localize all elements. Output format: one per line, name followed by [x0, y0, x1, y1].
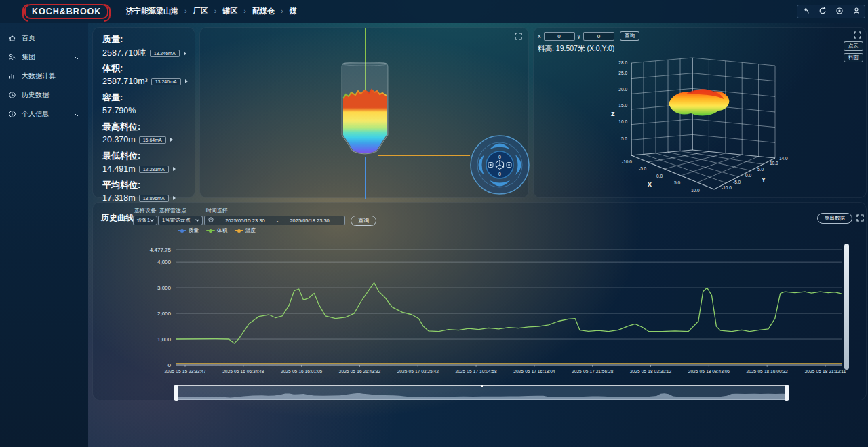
point-cloud-toggle-button[interactable]: 点云 [844, 41, 863, 51]
history-panel: 历史曲线 选择设备 设备1 选择雷达点 1号雷达云点 时间选择 2025/05/… [92, 202, 867, 400]
surface-3d-plot[interactable] [604, 56, 808, 198]
height-label: 料高: [538, 44, 554, 52]
y-tick: 0.0 [745, 173, 751, 178]
breadcrumb-item-area[interactable]: 厂区 [193, 7, 208, 15]
sidebar-item-profile[interactable]: 个人信息 [0, 104, 88, 123]
x-tick: -5.0 [639, 166, 646, 171]
current-ma-badge: 12.281mA [139, 166, 169, 173]
svg-text:2025-05-16 06:34:48: 2025-05-16 06:34:48 [222, 369, 264, 374]
dashboard-root: KOCH&BROOK 济宁能源梁山港›厂区›罐区›配煤仓›煤 首页 集团 大数据… [0, 0, 868, 447]
stat-label: 平均料位: [102, 179, 191, 191]
refresh-button[interactable] [814, 5, 831, 18]
z-tick: 5.0 [607, 136, 627, 141]
stat-expand-icon[interactable] [184, 52, 186, 56]
z-axis-label: Z [611, 111, 615, 117]
stat-value: 14.491m [102, 164, 136, 174]
bigdata-icon [8, 72, 16, 80]
height-value: 19.507米 [556, 44, 585, 52]
stat-expand-icon[interactable] [173, 196, 176, 200]
z-tick: 20.0 [607, 87, 627, 92]
sidebar-item-history[interactable]: 历史数据 [0, 85, 88, 104]
gizmo-bottom-value: 0 [498, 172, 501, 176]
y-tick: 10.0 [770, 161, 778, 166]
record-icon [835, 5, 844, 18]
stat-value: 57.790% [102, 106, 136, 115]
svg-text:2025-05-17 21:56:28: 2025-05-17 21:56:28 [572, 369, 614, 374]
height-coord: (X:0,Y:0) [587, 44, 614, 52]
stat-label: 最高料位: [102, 121, 191, 133]
brush-right-handle[interactable] [785, 385, 789, 401]
svg-text:2025-05-18 03:30:12: 2025-05-18 03:30:12 [630, 369, 672, 374]
stat-expand-icon[interactable] [185, 79, 188, 83]
svg-text:2025-05-18 09:43:06: 2025-05-18 09:43:06 [688, 369, 730, 374]
svg-text:2025-05-18 16:00:32: 2025-05-18 16:00:32 [747, 369, 789, 374]
gizmo-top-value: 0 [498, 155, 501, 159]
coordinate-query-button[interactable]: 查询 [620, 31, 639, 41]
vertical-scrollbar[interactable] [844, 244, 849, 370]
current-ma-badge: 15.64mA [139, 136, 166, 144]
y-tick: -10.0 [722, 185, 732, 190]
svg-text:0: 0 [168, 362, 172, 368]
group-icon [8, 53, 16, 61]
breadcrumb-separator: › [214, 7, 217, 15]
stats-panel: 质量: 2587.710吨13.246mA 体积: 2587.710m³13.2… [92, 27, 195, 198]
x-tick: 10.0 [691, 188, 700, 193]
y-coordinate-input[interactable] [583, 32, 614, 41]
current-ma-badge: 13.896mA [139, 195, 169, 202]
breadcrumb-item-material[interactable]: 煤 [290, 7, 297, 15]
user-button[interactable] [848, 5, 865, 18]
breadcrumb-item-tank-area[interactable]: 罐区 [222, 7, 237, 15]
fullscreen-button[interactable] [513, 32, 523, 41]
y-tick: -5.0 [733, 180, 741, 184]
sidebar-item-group[interactable]: 集团 [0, 47, 88, 66]
stat-expand-icon[interactable] [173, 167, 176, 171]
svg-text:2025-05-17 10:04:58: 2025-05-17 10:04:58 [455, 369, 497, 374]
brush-left-handle[interactable] [174, 385, 178, 401]
breadcrumb-item-site[interactable]: 济宁能源梁山港 [126, 7, 178, 15]
breadcrumb-separator: › [184, 7, 187, 15]
breadcrumb-separator: › [281, 7, 283, 15]
profile-info-icon [8, 110, 16, 118]
z-tick: 10.0 [607, 119, 627, 124]
material-surface-toggle-button[interactable]: 料面 [844, 53, 863, 62]
fullscreen-icon [515, 31, 522, 43]
x-tick: -10.0 [622, 159, 632, 164]
stat-label: 体积: [102, 62, 191, 75]
x-coordinate-input[interactable] [544, 32, 575, 41]
svg-text:2025-05-17 16:18:04: 2025-05-17 16:18:04 [513, 369, 555, 374]
chevron-down-icon [75, 111, 80, 118]
svg-text:2025-05-15 23:33:47: 2025-05-15 23:33:47 [164, 369, 206, 374]
chart-zoom-brush[interactable] [176, 385, 787, 400]
silo-3d-model[interactable] [338, 60, 392, 162]
sidebar-item-bigdata[interactable]: 大数据计算 [0, 66, 88, 85]
brush-center-notch [481, 385, 483, 387]
stat-label: 容量: [102, 92, 191, 104]
back-button[interactable] [797, 5, 814, 18]
3d-navigation-gizmo[interactable]: 0 0 [467, 132, 532, 197]
stat-expand-icon[interactable] [170, 138, 173, 142]
breadcrumb-item-silo[interactable]: 配煤仓 [252, 7, 275, 15]
brush-mini-chart [176, 386, 788, 401]
surface-3d-panel: x y 查询 料高: 19.507米 (X:0,Y:0) 点云 料面 [533, 27, 867, 198]
svg-text:2025-05-17 03:25:42: 2025-05-17 03:25:42 [397, 369, 439, 374]
svg-text:4,477.75: 4,477.75 [150, 247, 172, 253]
x-input-label: x [538, 33, 541, 39]
chevron-down-icon [75, 54, 80, 61]
sidebar-item-label: 历史数据 [22, 90, 49, 100]
history-icon [8, 91, 16, 99]
refresh-icon [818, 5, 827, 18]
record-button[interactable] [831, 5, 848, 18]
history-line-chart[interactable]: 01,0002,0003,0004,0004,477.752025-05-15 … [93, 203, 867, 401]
svg-text:2025-05-16 21:43:32: 2025-05-16 21:43:32 [339, 369, 381, 374]
fullscreen-button[interactable] [852, 31, 862, 40]
avatar-icon [852, 5, 861, 18]
stat-value: 2587.710吨 [102, 47, 146, 59]
topbar-actions [797, 5, 865, 18]
sidebar-item-label: 大数据计算 [22, 71, 56, 81]
sidebar-item-label: 集团 [22, 52, 35, 62]
x-tick: 5.0 [674, 180, 680, 185]
brand-logo[interactable]: KOCH&BROOK [24, 4, 108, 19]
sidebar-item-home[interactable]: 首页 [0, 28, 88, 47]
back-icon [802, 5, 810, 18]
y-axis-label: Y [762, 176, 766, 183]
